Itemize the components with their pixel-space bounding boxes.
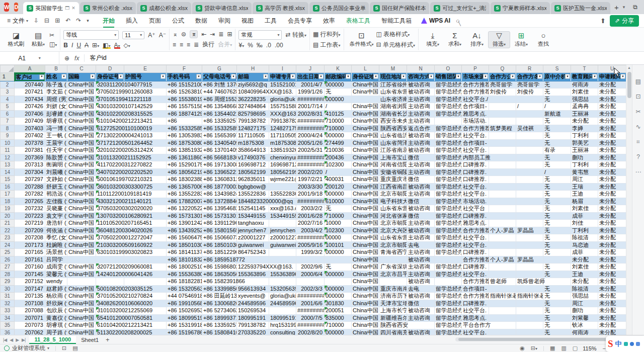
cell-S12[interactable]: 无 xyxy=(543,154,571,161)
cell-R20[interactable] xyxy=(516,212,543,220)
cell-O32[interactable]: 留学总经办 xyxy=(435,300,462,307)
docer-logo[interactable]: D xyxy=(14,3,18,12)
cell-L29[interactable]: China中国 xyxy=(352,278,379,286)
cell-S4[interactable]: 无 xyxy=(543,96,571,103)
cell-B21[interactable]: 唐浩轩 (男) xyxy=(45,220,67,227)
cell-N12[interactable]: 微信 xyxy=(407,154,435,161)
cell-S20[interactable]: 无 xyxy=(543,212,571,220)
cell-L28[interactable]: China中国 xyxy=(352,271,379,278)
filter-dropdown-icon[interactable]: ▼ xyxy=(118,74,123,79)
cell-D36[interactable]: 511302200208200025 xyxy=(96,329,124,335)
cell-N26[interactable]: 被动咨询 xyxy=(407,256,435,263)
cell-J29[interactable] xyxy=(296,278,325,286)
cell-K33[interactable]: 200051 xyxy=(325,307,352,315)
cell-H6[interactable]: 825798695 xyxy=(237,110,269,118)
filter-dropdown-icon[interactable]: ▼ xyxy=(373,74,378,79)
cell-F19[interactable]: +86 13220522 xyxy=(167,205,202,213)
cell-N23[interactable]: 主动咨询 xyxy=(407,234,435,242)
cell-H20[interactable]: 153449155 xyxy=(237,212,269,220)
cell-H8[interactable]: 124827175 xyxy=(237,125,269,132)
row-header-16[interactable]: 16 xyxy=(1,183,15,191)
row-header-17[interactable]: 17 xyxy=(1,191,15,198)
cell-O19[interactable]: 留学总经办 xyxy=(435,205,462,213)
cell-J4[interactable]: ######### xyxy=(296,96,325,103)
row-header-14[interactable]: 14 xyxy=(1,168,15,176)
cell-P5[interactable]: 合作项目- xyxy=(462,103,489,111)
cell-D13[interactable]: 411702200312270822 xyxy=(96,161,124,169)
cell-S30[interactable]: 无 xyxy=(543,285,571,293)
currency-icon[interactable]: ¥▾ xyxy=(238,42,244,49)
cell-R23[interactable] xyxy=(516,234,543,242)
scroll-up-icon[interactable]: ▲ xyxy=(627,66,631,69)
cell-Q36[interactable] xyxy=(489,329,516,335)
cell-D9[interactable]: 271302200004241013 xyxy=(96,132,124,140)
cell-D27[interactable]: 320721200209060081 xyxy=(96,263,124,271)
cut-icon[interactable]: ✂ xyxy=(49,32,57,39)
panel-icon-3[interactable]: ✂ xyxy=(635,108,640,115)
cell-I23[interactable]: z20001227 xyxy=(269,234,296,242)
cell-M27[interactable]: 广东省深圳 xyxy=(379,263,407,271)
header-cell-A[interactable]: 客户id▼ xyxy=(15,73,45,81)
increase-decimal-icon[interactable]: .00 xyxy=(275,42,283,49)
cell-N3[interactable]: 被动咨询 xyxy=(407,89,435,96)
cell-A23[interactable]: 207208 xyxy=(15,234,45,242)
cell-F22[interactable]: +86 13439252 xyxy=(167,227,202,234)
cell-H24[interactable]: guiwanwei xyxy=(237,241,269,249)
cell-O9[interactable]: 留学总经办 xyxy=(435,132,462,140)
cell-J10[interactable]: 2005/1/26 xyxy=(296,139,325,147)
plugin-dropdown-icon[interactable]: ▾ xyxy=(47,346,49,350)
cell-K22[interactable]: 102300 xyxy=(325,227,352,234)
cell-U26[interactable]: 未分配 xyxy=(598,256,626,263)
cell-F5[interactable]: +86 15575158 xyxy=(167,103,202,111)
cell-U3[interactable]: 未分配 xyxy=(598,89,626,96)
cell-B19[interactable]: 吴晓蔓 (女) xyxy=(45,205,67,213)
cell-S21[interactable]: 无 xyxy=(543,220,571,227)
cell-G7[interactable]: +86 1335925706 xyxy=(202,118,237,125)
row-header-13[interactable]: 13 xyxy=(1,161,15,169)
next-sheet-icon[interactable]: ▶ xyxy=(16,337,19,342)
cell-F30[interactable]: +86 15320563 xyxy=(167,285,202,293)
col-header-L[interactable]: L xyxy=(352,65,379,73)
cell-A11[interactable]: 207381 xyxy=(15,147,45,154)
cell-M13[interactable]: 河南省信阳 xyxy=(379,161,407,169)
row-header-31[interactable]: 31 xyxy=(1,293,15,300)
cell-O23[interactable]: 留学总经办 xyxy=(435,234,462,242)
cell-L23[interactable]: China中国 xyxy=(352,234,379,242)
cell-N34[interactable]: 主动咨询 xyxy=(407,314,435,322)
prev-sheet-icon[interactable]: ◀ xyxy=(10,337,13,342)
cell-H21[interactable]: tanghaoxu xyxy=(237,220,269,227)
header-cell-R[interactable]: 合作方名▼ xyxy=(516,73,543,81)
cell-U9[interactable]: 未分配 xyxy=(598,132,626,140)
cell-D16[interactable]: 360103200303300725 xyxy=(96,183,124,191)
cell-A12[interactable]: 207369 xyxy=(15,154,45,161)
cell-I14[interactable]: 180562199 xyxy=(269,168,296,176)
cell-U7[interactable]: 未分配 xyxy=(598,118,626,125)
wrap-button[interactable]: 换行 xyxy=(202,40,214,49)
cell-L16[interactable]: China中国 xyxy=(352,183,379,191)
cell-H3[interactable]: 108409964XXX@163. xyxy=(237,89,269,96)
cell-A28[interactable]: 207145 xyxy=(15,271,45,278)
cell-Q5[interactable] xyxy=(489,103,516,111)
cell-L7[interactable]: China中国 xyxy=(352,118,379,125)
cell-L20[interactable]: China中国 xyxy=(352,212,379,220)
cell-K16[interactable]: 200120 xyxy=(325,183,352,191)
cell-I12[interactable]: chenxinyur xyxy=(269,154,296,161)
cell-T25[interactable]: 成菲 xyxy=(571,249,598,256)
cell-D33[interactable]: 310103200212255069 xyxy=(96,307,124,315)
filter-dropdown-icon[interactable]: ▼ xyxy=(483,74,488,79)
indent-decrease-icon[interactable]: ⇤ xyxy=(201,31,206,38)
header-cell-M[interactable]: 现住地址▼ xyxy=(379,73,407,81)
cell-G15[interactable]: +86 1360831276 xyxy=(202,176,237,184)
cell-H23[interactable]: z20001227 xyxy=(237,234,269,242)
menu-item-11[interactable]: 智能工具箱 xyxy=(376,15,417,27)
col-header-O[interactable]: O xyxy=(435,65,462,73)
cell-J25[interactable]: 1999/3/2 xyxy=(296,249,325,256)
cell-H11[interactable]: 358664913 xyxy=(237,147,269,154)
cell-J31[interactable]: ######### xyxy=(296,293,325,300)
cell-R21[interactable] xyxy=(516,220,543,227)
panel-icon-2[interactable]: ⊡ xyxy=(635,93,640,100)
row-header-4[interactable]: 4 xyxy=(1,96,15,103)
cell-M9[interactable]: 山东省临沂 xyxy=(379,132,407,140)
cell-O22[interactable]: 留学总经办 xyxy=(435,227,462,234)
cell-L34[interactable]: China中国 xyxy=(352,314,379,322)
